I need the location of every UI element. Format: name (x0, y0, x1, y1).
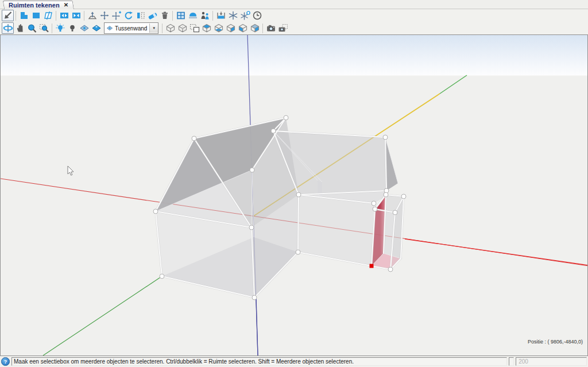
vertex-handle[interactable] (372, 201, 376, 206)
vertex-handle[interactable] (153, 209, 158, 214)
cube-right-icon (226, 24, 236, 33)
help-icon[interactable]: ? (1, 357, 10, 366)
cube-wire2-icon (177, 24, 188, 33)
move-tool-button[interactable] (98, 10, 110, 21)
dormer-icon (188, 11, 198, 20)
vertex-handle[interactable] (373, 207, 377, 211)
toolbar-separator (162, 24, 163, 33)
pan-tool-button[interactable] (14, 22, 26, 34)
cube-wire2-tool-button[interactable] (176, 22, 188, 34)
plane-bottom-icon (91, 24, 102, 33)
wall-edge[interactable] (298, 195, 299, 252)
room-rect-icon (31, 11, 41, 20)
window-tool-button[interactable] (175, 10, 187, 21)
light-off-tool-button[interactable] (66, 22, 78, 34)
cube-top-tool-button[interactable] (200, 22, 212, 34)
clock-icon (252, 11, 262, 20)
status-spacer-box (509, 357, 514, 366)
cube-bottom-icon (214, 24, 224, 33)
wall-type-dropdown[interactable]: Tussenwand ▼ (104, 22, 158, 34)
tab-ruimten-tekenen[interactable]: Ruimten tekenen ✕ (4, 1, 74, 9)
tab-bar: Ruimten tekenen ✕ (0, 0, 588, 9)
room-corner-tool-button[interactable] (18, 10, 30, 21)
toolbar-separator (212, 11, 213, 21)
tab-close-icon[interactable]: ✕ (64, 2, 68, 8)
toolbar-separator (262, 24, 263, 33)
sky (1, 35, 587, 75)
status-value-box[interactable]: 200 (516, 357, 587, 366)
vertex-handle[interactable] (192, 136, 196, 141)
vertex-handle[interactable] (252, 295, 257, 300)
select-tool-button[interactable] (2, 10, 14, 21)
vertex-handle[interactable] (250, 168, 254, 172)
zoom-icon (27, 24, 37, 33)
pan-icon (15, 24, 25, 33)
vertex-handle[interactable] (383, 135, 388, 140)
status-hint-box: Maak een selectiebox om meerdere objecte… (11, 357, 507, 366)
toolbar-separator (84, 11, 84, 21)
vertex-handle[interactable] (160, 274, 164, 279)
toolbar-separator (52, 24, 52, 33)
vertex-handle[interactable] (284, 115, 288, 120)
level-tool-button[interactable] (215, 10, 227, 21)
plane-top-tool-button[interactable] (78, 22, 90, 34)
measure-icon (148, 11, 158, 20)
vertex-handle[interactable] (388, 267, 393, 272)
move-copy-tool-button[interactable] (110, 10, 122, 21)
orbit-tool-button[interactable] (2, 22, 14, 34)
snap-tool-button[interactable] (227, 10, 239, 21)
move-copy-icon (111, 11, 122, 20)
scene-canvas[interactable] (1, 35, 587, 356)
room-split-tool-button[interactable] (42, 10, 54, 21)
light-on-tool-button[interactable] (54, 22, 66, 34)
cube-wire-icon (165, 24, 176, 33)
box-select-icon (189, 24, 200, 33)
camera-tool-button[interactable] (265, 22, 277, 34)
cube-left-tool-button[interactable] (237, 22, 249, 34)
delete-tool-button[interactable] (158, 10, 171, 21)
snap-settings-tool-button[interactable] (239, 10, 251, 21)
wall-in-tool-button[interactable] (70, 10, 82, 21)
vertex-handle[interactable] (249, 225, 254, 230)
rotate-icon (123, 11, 134, 20)
vertex-handle[interactable] (271, 129, 276, 133)
select-icon (3, 11, 13, 20)
vertex-handle[interactable] (296, 250, 300, 254)
room-split-icon (43, 11, 53, 20)
vertex-handle[interactable] (401, 194, 406, 199)
cube-bottom-tool-button[interactable] (212, 22, 225, 34)
vertex-handle[interactable] (384, 192, 388, 197)
selected-vertex[interactable] (370, 264, 374, 268)
cube-right-tool-button[interactable] (225, 22, 237, 34)
camera-plus-tool-button[interactable] (277, 22, 289, 34)
wall-out-icon (59, 11, 69, 20)
people-tool-button[interactable] (199, 10, 211, 21)
zoom-region-tool-button[interactable] (38, 22, 50, 34)
vertex-handle[interactable] (296, 192, 301, 197)
wall-type-icon (106, 24, 114, 32)
cube-wire-tool-button[interactable] (164, 22, 176, 34)
split-wall-icon (136, 11, 146, 20)
rotate-tool-button[interactable] (122, 10, 134, 21)
vertex-handle[interactable] (393, 210, 397, 215)
wall-out-tool-button[interactable] (58, 10, 70, 21)
room-rect-tool-button[interactable] (30, 10, 42, 21)
window-icon (176, 11, 186, 20)
dormer-tool-button[interactable] (187, 10, 199, 21)
combo-arrow-icon[interactable]: ▼ (149, 24, 158, 33)
zoom-region-icon (39, 24, 49, 33)
measure-tool-button[interactable] (146, 10, 158, 21)
box-select-tool-button[interactable] (188, 22, 200, 34)
viewport-3d[interactable]: Positie : ( 9806,-4840,0) (0, 34, 588, 356)
zoom-tool-button[interactable] (26, 22, 38, 34)
clock-tool-button[interactable] (251, 10, 263, 21)
snap-icon (228, 11, 238, 20)
plane-bottom-tool-button[interactable] (90, 22, 102, 34)
delete-icon (160, 11, 170, 20)
room-corner-icon (19, 11, 29, 20)
cube-back-tool-button[interactable] (249, 22, 261, 34)
camera-icon (266, 24, 276, 33)
split-wall-tool-button[interactable] (134, 10, 146, 21)
raise-point-tool-button[interactable] (86, 10, 98, 21)
people-icon (200, 11, 210, 20)
